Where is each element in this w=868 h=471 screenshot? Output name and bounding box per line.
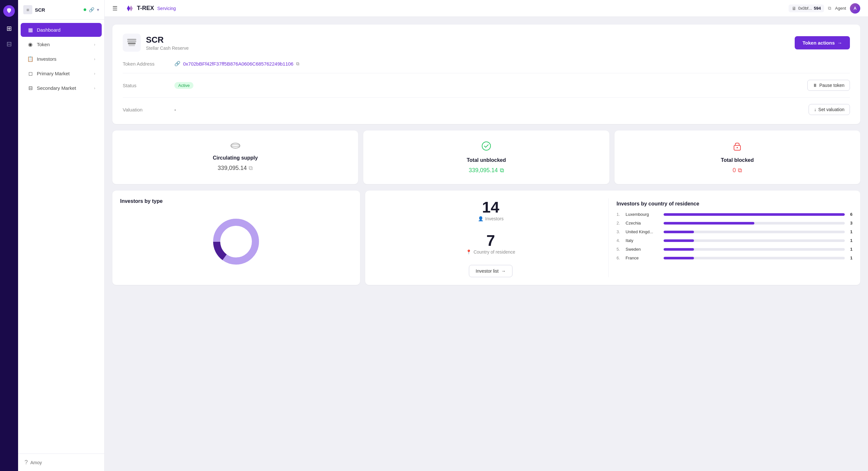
svg-point-7: [231, 143, 240, 148]
investors-chevron-icon: ›: [94, 57, 95, 61]
dashboard-rail-icon[interactable]: ⊞: [6, 25, 12, 32]
investors-type-card: Investors by type: [113, 190, 360, 285]
status-value-area: Active: [175, 82, 807, 89]
country-item: 3. United Kingd... 1: [616, 229, 852, 234]
hamburger-icon[interactable]: ☰: [113, 5, 118, 12]
sidebar-item-token[interactable]: ◉ Token ›: [21, 37, 102, 51]
sidebar-footer[interactable]: ? Amoy: [18, 453, 104, 471]
address-monitor-icon: 🖥: [792, 6, 796, 11]
status-dot: [84, 8, 86, 11]
total-investors-section: 14 👤 Investors: [478, 198, 504, 221]
svg-rect-5: [128, 45, 135, 46]
status-field-actions: ⏸ Pause token: [807, 80, 850, 91]
country-name: Italy: [625, 238, 661, 243]
country-stats-right: Investors by country of residence 1. Lux…: [616, 198, 852, 277]
valuation-value: -: [175, 107, 809, 112]
pause-token-button[interactable]: ⏸ Pause token: [807, 80, 850, 91]
set-valuation-button[interactable]: ↓ Set valuation: [809, 104, 850, 115]
country-name: France: [625, 256, 661, 260]
country-bar: [663, 222, 754, 225]
copy-blocked-icon[interactable]: ⧉: [738, 167, 742, 174]
svg-rect-4: [128, 42, 135, 44]
token-actions-button[interactable]: Token actions →: [795, 36, 850, 50]
chain-icon: 🔗: [175, 61, 181, 66]
country-bar-container: [663, 248, 845, 251]
investor-list-label: Investor list: [476, 268, 499, 274]
sidebar-item-secondary-market[interactable]: ⊟ Secondary Market ›: [21, 81, 102, 95]
logo-text: T-REX: [137, 5, 154, 11]
country-count: 6: [847, 212, 852, 217]
svg-marker-0: [7, 8, 11, 13]
main-content: ☰ T-REX Servicing 🖥 0x0bf... 594 ⧉ Agent…: [104, 0, 868, 471]
bottom-section: Investors by type: [113, 190, 860, 285]
servicing-text: Servicing: [157, 6, 176, 11]
country-rank: 3.: [616, 229, 623, 234]
circulating-supply-card: Circulating supply 339,095.14 ⧉: [113, 130, 358, 184]
total-unblocked-amount: 339,095.14: [469, 167, 498, 174]
content-area: SCR Stellar Cash Reserve Token actions →…: [104, 17, 868, 293]
investor-list-button[interactable]: Investor list →: [469, 265, 513, 277]
arrow-right-icon: →: [837, 40, 842, 46]
sidebar-item-label-primary-market: Primary Market: [37, 71, 70, 76]
country-name: Sweden: [625, 247, 661, 252]
svg-marker-2: [129, 5, 133, 11]
token-address-link[interactable]: 0x702bBFf42fF37ff5B876A0606C685762249b11…: [183, 61, 293, 66]
copy-token-address-icon[interactable]: ⧉: [296, 61, 299, 66]
sidebar-item-investors[interactable]: 📋 Investors ›: [21, 52, 102, 66]
primary-market-nav-icon: ◻: [27, 70, 34, 77]
primary-market-chevron-icon: ›: [94, 71, 95, 76]
country-item: 2. Czechia 3: [616, 220, 852, 226]
token-icon-small: ⊞: [23, 5, 32, 14]
copy-unblocked-icon[interactable]: ⧉: [500, 167, 504, 174]
token-title-area: SCR Stellar Cash Reserve: [123, 34, 189, 52]
secondary-market-nav-icon: ⊟: [27, 85, 34, 91]
valuation-label: Valuation: [123, 107, 175, 112]
country-bar-container: [663, 257, 845, 259]
grid-rail-icon[interactable]: ⊟: [6, 40, 12, 48]
valuation-btn-label: Set valuation: [818, 107, 844, 112]
country-rank: 5.: [616, 247, 623, 252]
svg-rect-6: [127, 39, 136, 40]
total-blocked-value: 0 ⧉: [733, 167, 742, 174]
total-blocked-amount: 0: [733, 167, 736, 174]
token-selector[interactable]: ⊞ SCR 🔗 ▾: [18, 0, 104, 20]
unblocked-icon: [481, 141, 492, 153]
country-title: Investors by country of residence: [616, 201, 852, 207]
country-name: Czechia: [625, 220, 661, 226]
copy-address-icon[interactable]: ⧉: [828, 5, 831, 11]
top-header: ☰ T-REX Servicing 🖥 0x0bf... 594 ⧉ Agent…: [104, 0, 868, 17]
help-icon: ?: [25, 459, 28, 466]
header-address: 🖥 0x0bf... 594: [788, 4, 824, 12]
country-item: 1. Luxembourg 6: [616, 212, 852, 217]
address-text: 0x0bf...: [798, 6, 812, 11]
address-count: 594: [814, 6, 821, 11]
valuation-field-actions: ↓ Set valuation: [809, 104, 850, 115]
valuation-icon: ↓: [814, 107, 816, 112]
countries-section: 7 📍 Country of residence: [466, 232, 515, 255]
logo-icon[interactable]: [3, 5, 15, 17]
sidebar-item-label-investors: Investors: [37, 56, 57, 62]
token-actions-label: Token actions: [802, 40, 835, 46]
location-icon: 📍: [466, 249, 471, 255]
country-count: 1: [847, 238, 852, 243]
total-blocked-card: Total blocked 0 ⧉: [615, 130, 860, 184]
sidebar-item-dashboard[interactable]: ▦ Dashboard: [21, 23, 102, 37]
country-bar: [663, 231, 693, 233]
country-item: 5. Sweden 1: [616, 247, 852, 252]
copy-circulating-icon[interactable]: ⧉: [249, 165, 253, 172]
pause-btn-label: Pause token: [819, 83, 844, 88]
country-rank: 6.: [616, 256, 623, 260]
country-bar-container: [663, 231, 845, 233]
country-bar-container: [663, 213, 845, 216]
token-header: SCR Stellar Cash Reserve Token actions →: [123, 34, 850, 52]
sidebar-item-primary-market[interactable]: ◻ Primary Market ›: [21, 66, 102, 81]
icon-rail: ⊞ ⊟: [0, 0, 18, 471]
blocked-icon: [733, 141, 742, 153]
agent-label: Agent: [835, 6, 846, 11]
investors-label: Investors: [485, 216, 504, 221]
countries-label: Country of residence: [473, 249, 515, 255]
country-bar-container: [663, 222, 845, 225]
token-address-field: Token Address 🔗 0x702bBFf42fF37ff5B876A0…: [123, 61, 850, 73]
country-count: 1: [847, 229, 852, 234]
status-field: Status Active ⏸ Pause token: [123, 80, 850, 97]
